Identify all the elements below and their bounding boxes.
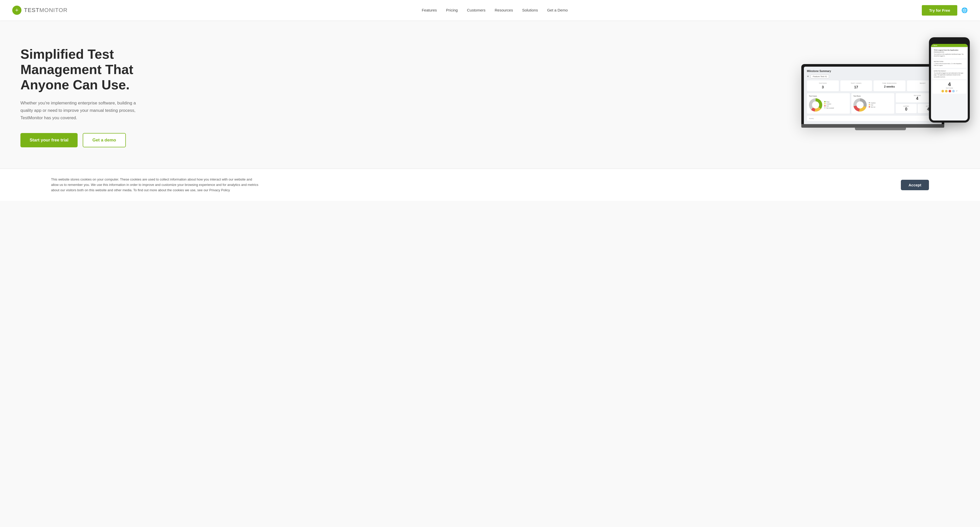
stat-testers: TESTERS 3 <box>807 80 839 91</box>
dashboard-title: Milestone Summary <box>807 70 831 73</box>
phone-test-runs-card: 4 TEST RUNS ↺ <box>932 80 966 94</box>
laptop-stand <box>855 128 906 130</box>
expected-label: Expected result <box>934 70 965 72</box>
cookie-accept-button[interactable]: Accept <box>901 180 929 190</box>
laptop-screen: Milestone Summary ⬡ 🖨 ▼ Feature Test #1 <box>804 67 942 124</box>
stat-time-remaining: TIME REMAINING 2 weeks <box>873 80 905 91</box>
filter-tag[interactable]: Feature Test #1 <box>810 75 829 78</box>
hero-section: Simplified Test Management That Anyone C… <box>0 21 980 169</box>
nav-link-features[interactable]: Features <box>422 8 437 12</box>
cookie-text: This website stores cookies on your comp… <box>51 177 260 193</box>
get-demo-button[interactable]: Get a demo <box>83 133 126 147</box>
test-runs-donut <box>853 98 867 111</box>
hero-title: Simplified Test Management That Anyone C… <box>21 47 169 92</box>
laptop-base <box>801 124 944 128</box>
phone-test-card: TC11 Logout from the Application Prerequ… <box>932 48 966 59</box>
nav-link-resources[interactable]: Resources <box>495 8 513 12</box>
nav-link-solutions[interactable]: Solutions <box>522 8 538 12</box>
test-cases-legend: Pass Caution Fail Not covered <box>824 101 834 109</box>
logo[interactable]: TESTMONITOR <box>12 6 68 15</box>
instructions-label: Instructions <box>934 61 965 62</box>
nav-link-get-a-demo[interactable]: Get a Demo <box>547 8 568 12</box>
navbar: TESTMONITOR Features Pricing Customers R… <box>0 0 980 21</box>
stat-test-cases: TEST CASES 17 <box>840 80 872 91</box>
laptop-mockup: Milestone Summary ⬡ 🖨 ▼ Feature Test #1 <box>801 64 944 124</box>
dash-filter: ▼ Feature Test #1 <box>807 75 939 78</box>
activity-bar: Activity <box>807 116 939 121</box>
phone-refresh-icon[interactable]: ↺ <box>956 90 958 92</box>
cookie-banner: This website stores cookies on your comp… <box>0 169 980 201</box>
test-runs-legend: Caution Fail Not run <box>869 102 876 108</box>
phone-expected-card: Expected result You should be logged out… <box>932 69 966 80</box>
stat-expired: EXPIRED 0 <box>896 104 917 113</box>
nav-link-customers[interactable]: Customers <box>467 8 485 12</box>
hero-left: Simplified Test Management That Anyone C… <box>21 47 169 147</box>
phone-instructions-card: Instructions 1. Click on the Account men… <box>932 59 966 68</box>
nav-actions: Try for Free 🌐 <box>922 5 968 16</box>
logo-text: TESTMONITOR <box>24 7 68 14</box>
hero-buttons: Start your free trial Get a demo <box>21 133 169 147</box>
stats-row: TESTERS 3 TEST CASES 17 TIME REMAINING 2… <box>807 80 939 91</box>
try-for-free-button[interactable]: Try for Free <box>922 5 957 16</box>
test-cases-donut <box>809 98 822 111</box>
nav-links: Features Pricing Customers Resources Sol… <box>422 8 568 13</box>
prerequisites-label: Prerequisites <box>934 51 965 53</box>
start-free-trial-button[interactable]: Start your free trial <box>21 133 78 147</box>
hero-subtitle: Whether you're implementing enterprise s… <box>21 100 148 122</box>
phone-notch <box>942 39 957 43</box>
logo-icon <box>12 6 21 15</box>
phone-mockup: < Back TC11 Logout from the Application … <box>929 37 970 123</box>
phone-header: < Back <box>931 44 968 47</box>
globe-icon[interactable]: 🌐 <box>961 7 968 13</box>
dashboard: Milestone Summary ⬡ 🖨 ▼ Feature Test #1 <box>804 67 942 124</box>
hero-right: Milestone Summary ⬡ 🖨 ▼ Feature Test #1 <box>801 64 959 130</box>
filter-icon: ▼ <box>807 75 809 78</box>
charts-row: Test Cases Pass Caution Fail Not covered <box>807 93 939 114</box>
phone-screen: < Back TC11 Logout from the Application … <box>931 44 968 121</box>
test-runs-chart: Test Runs Caution Fail Not run <box>851 93 894 114</box>
nav-link-pricing[interactable]: Pricing <box>446 8 458 12</box>
dash-header: Milestone Summary ⬡ 🖨 <box>807 70 939 73</box>
test-cases-chart: Test Cases Pass Caution Fail Not covered <box>807 93 850 114</box>
